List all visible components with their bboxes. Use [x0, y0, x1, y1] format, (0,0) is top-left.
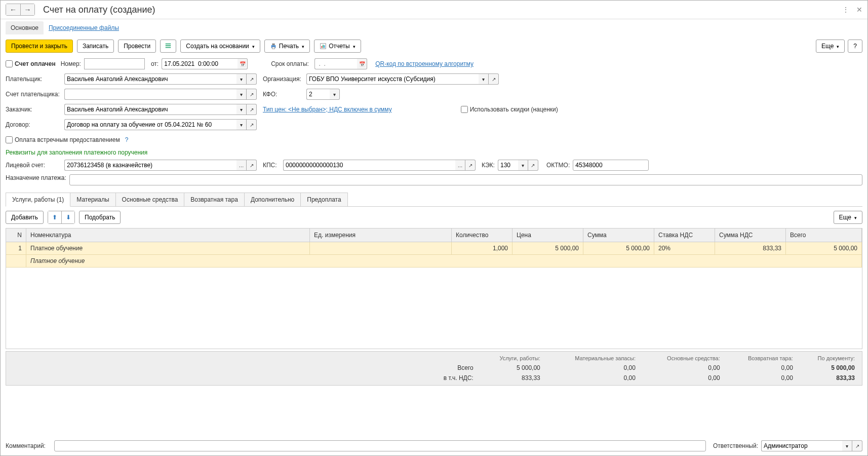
open-icon[interactable]: ↗ — [247, 160, 257, 171]
forward-button[interactable]: → — [20, 4, 34, 15]
tab-main[interactable]: Основное — [6, 21, 44, 34]
comment-input[interactable] — [54, 440, 706, 451]
from-label: от: — [151, 60, 159, 67]
col-vat-rate[interactable]: Ставка НДС — [654, 229, 715, 242]
move-up-button[interactable]: ⬆ — [48, 211, 61, 223]
open-icon[interactable]: ↗ — [489, 73, 499, 85]
cell-n[interactable]: 1 — [6, 242, 26, 254]
close-icon[interactable]: ✕ — [856, 6, 862, 14]
date-input[interactable] — [162, 58, 238, 69]
dropdown-icon[interactable]: ▾ — [236, 73, 247, 85]
dropdown-icon[interactable]: ▾ — [842, 440, 852, 451]
purpose-label: Назначение платежа: — [6, 174, 66, 182]
post-and-close-button[interactable]: Провести и закрыть — [6, 40, 73, 53]
kebab-icon[interactable]: ⋮ — [842, 6, 849, 14]
open-icon[interactable]: ↗ — [247, 104, 257, 115]
totals-vat-doc: 833,33 — [796, 373, 858, 383]
grid-row[interactable]: 1 Платное обучение 1,000 5 000,00 5 000,… — [6, 242, 862, 255]
cell-nomenclature-desc[interactable]: Платное обучение — [26, 255, 862, 267]
contract-input[interactable] — [64, 119, 236, 130]
dropdown-icon[interactable]: ▾ — [479, 73, 489, 85]
counter-payment-checkbox[interactable]: Оплата встречным предоставлением — [6, 136, 120, 143]
dropdown-icon[interactable]: ▾ — [330, 89, 340, 100]
price-type-link[interactable]: Тип цен: <Не выбран>; НДС включен в сумм… — [263, 106, 392, 113]
number-input[interactable] — [84, 58, 145, 69]
ellipsis-icon[interactable]: … — [455, 160, 465, 171]
qr-link[interactable]: QR-код по встроенному алгоритму — [375, 60, 474, 67]
dropdown-icon[interactable]: ▾ — [236, 119, 247, 130]
help-button[interactable]: ? — [848, 40, 862, 53]
open-icon[interactable]: ↗ — [852, 440, 862, 451]
calendar-icon[interactable]: 📅 — [357, 58, 367, 69]
calendar-icon[interactable]: 📅 — [238, 58, 248, 69]
open-icon[interactable]: ↗ — [465, 160, 476, 171]
open-icon[interactable]: ↗ — [247, 89, 257, 100]
cell-vat-sum[interactable]: 833,33 — [715, 242, 786, 254]
tab-prepayment[interactable]: Предоплата — [300, 193, 347, 206]
pick-button[interactable]: Подобрать — [79, 211, 121, 224]
svg-rect-0 — [166, 44, 171, 45]
purpose-input[interactable] — [69, 174, 862, 185]
dropdown-icon[interactable]: ▾ — [236, 104, 247, 115]
due-date-input[interactable] — [314, 58, 357, 69]
open-icon[interactable]: ↗ — [247, 119, 257, 130]
print-button[interactable]: Печать — [264, 40, 310, 53]
cell-vat-rate[interactable]: 20% — [654, 242, 715, 254]
cell-nomenclature[interactable]: Платное обучение — [26, 242, 310, 254]
col-unit[interactable]: Ед. измерения — [310, 229, 452, 242]
payer-input[interactable] — [64, 73, 236, 85]
use-discounts-label: Использовать скидки (наценки) — [470, 106, 558, 113]
more-button[interactable]: Еще — [816, 40, 845, 53]
kfo-input[interactable] — [306, 89, 330, 100]
responsible-input[interactable] — [761, 440, 842, 451]
col-vat-sum[interactable]: Сумма НДС — [715, 229, 786, 242]
col-price[interactable]: Цена — [512, 229, 583, 242]
tab-packaging[interactable]: Возвратная тара — [184, 193, 245, 206]
tab-extra[interactable]: Дополнительно — [244, 193, 301, 206]
post-button[interactable]: Провести — [118, 40, 156, 53]
payer-account-input[interactable] — [64, 89, 236, 100]
dropdown-icon[interactable]: ▾ — [236, 89, 247, 100]
col-n[interactable]: N — [6, 229, 26, 242]
footer: Комментарий: Ответственный: ▾ ↗ — [1, 436, 867, 455]
detail-tabs: Услуги, работы (1) Материалы Основные ср… — [6, 193, 862, 207]
save-button[interactable]: Записать — [77, 40, 114, 53]
open-icon[interactable]: ↗ — [247, 73, 257, 85]
svg-rect-9 — [324, 45, 325, 48]
create-based-button[interactable]: Создать на основании — [180, 40, 260, 53]
cell-qty[interactable]: 1,000 — [452, 242, 512, 254]
col-nomenclature[interactable]: Номенклатура — [26, 229, 310, 242]
back-button[interactable]: ← — [6, 4, 20, 15]
grid-row[interactable]: Платное обучение — [6, 255, 862, 268]
add-row-button[interactable]: Добавить — [6, 211, 44, 224]
paid-checkbox[interactable]: Счет оплачен — [6, 60, 56, 67]
org-input[interactable] — [306, 73, 479, 85]
oktmo-input[interactable] — [573, 160, 649, 171]
use-discounts-checkbox[interactable]: Использовать скидки (наценки) — [461, 106, 558, 113]
cell-n-empty[interactable] — [6, 255, 26, 267]
grid-more-button[interactable]: Еще — [834, 211, 862, 224]
cell-unit[interactable] — [310, 242, 452, 254]
main-toolbar: Провести и закрыть Записать Провести Соз… — [1, 34, 867, 58]
movements-button[interactable] — [160, 40, 176, 53]
tab-attached-files[interactable]: Присоединенные файлы — [44, 21, 124, 34]
lic-account-input[interactable] — [64, 160, 236, 171]
col-total[interactable]: Всего — [786, 229, 862, 242]
kek-input[interactable] — [498, 160, 518, 171]
cell-total[interactable]: 5 000,00 — [786, 242, 862, 254]
dropdown-icon[interactable]: ▾ — [518, 160, 528, 171]
tab-fixed-assets[interactable]: Основные средства — [115, 193, 185, 206]
col-sum[interactable]: Сумма — [583, 229, 654, 242]
help-icon[interactable]: ? — [125, 136, 129, 143]
tab-services[interactable]: Услуги, работы (1) — [6, 193, 70, 207]
open-icon[interactable]: ↗ — [528, 160, 538, 171]
col-qty[interactable]: Количество — [452, 229, 512, 242]
tab-materials[interactable]: Материалы — [70, 193, 115, 206]
move-down-button[interactable]: ⬇ — [61, 211, 74, 223]
ellipsis-icon[interactable]: … — [236, 160, 247, 171]
cell-price[interactable]: 5 000,00 — [512, 242, 583, 254]
kps-input[interactable] — [283, 160, 455, 171]
cell-sum[interactable]: 5 000,00 — [583, 242, 654, 254]
reports-button[interactable]: Отчеты — [314, 40, 361, 53]
customer-input[interactable] — [64, 104, 236, 115]
